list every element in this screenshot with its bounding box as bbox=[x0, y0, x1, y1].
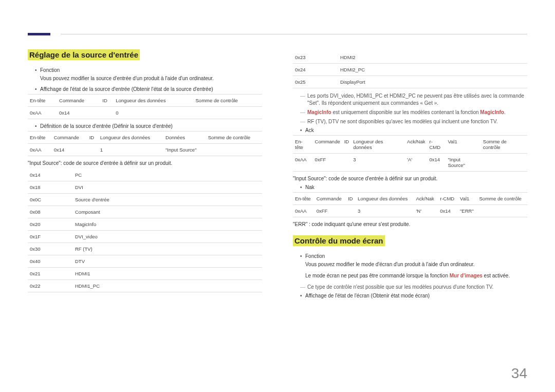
table-row: 0x40DTV bbox=[28, 255, 262, 268]
td bbox=[87, 144, 98, 156]
header-rule bbox=[61, 34, 527, 34]
td: 1 bbox=[98, 144, 163, 156]
label-cell: HDMI2_PC bbox=[338, 64, 527, 76]
th: En-tête bbox=[28, 132, 52, 144]
th: Commande bbox=[57, 95, 100, 107]
td: 3 bbox=[351, 154, 405, 172]
code-cell: 0x18 bbox=[28, 181, 73, 194]
td: 'A' bbox=[405, 154, 427, 172]
th: Somme de contrôle bbox=[481, 136, 527, 154]
text: Le mode écran ne peut pas être commandé … bbox=[305, 273, 450, 278]
label-cell: Composant bbox=[73, 206, 262, 218]
table-row: 0x20MagicInfo bbox=[28, 218, 262, 231]
code-cell: 0x24 bbox=[293, 64, 338, 76]
td: 0x14 bbox=[57, 107, 100, 119]
table-row: 0x30RF (TV) bbox=[28, 243, 262, 255]
label-cell: HDMI1 bbox=[73, 268, 262, 280]
table-ack: En-tête Commande ID Longueur des données… bbox=[293, 135, 527, 172]
bullet-nak: Nak bbox=[300, 184, 527, 190]
td bbox=[481, 154, 527, 172]
note-magicinfo: MagicInfo est uniquement disponible sur … bbox=[300, 109, 527, 116]
code-cell: 0x23 bbox=[293, 51, 338, 64]
label-cell: MagicInfo bbox=[73, 218, 262, 231]
th: ID bbox=[346, 193, 356, 205]
err-desc: "ERR" : code indiquant qu'une erreur s'e… bbox=[293, 221, 527, 227]
th: Somme de contrôle bbox=[194, 95, 262, 107]
th: En-tête bbox=[28, 95, 57, 107]
td bbox=[194, 107, 262, 119]
note-dvi-hdmi: Les ports DVI_video, HDMI1_PC et HDMI2_P… bbox=[300, 92, 527, 107]
note-tv-only: Ce type de contrôle n'est possible que s… bbox=[300, 284, 527, 291]
th: Val1 bbox=[458, 193, 477, 205]
table-row: 0xAA 0x14 1 "Input Source" bbox=[28, 144, 262, 156]
brand-magicinfo: MagicInfo bbox=[307, 109, 331, 115]
table-source-codes: 0x14PC0x18DVI0x0CSource d'entrée0x08Comp… bbox=[28, 169, 262, 292]
td: 0x14 bbox=[52, 144, 87, 156]
code-cell: 0x14 bbox=[28, 169, 73, 181]
table-row: 0xAA 0xFF 3 'A' 0x14 "Input Source" bbox=[293, 154, 527, 172]
code-cell: 0x25 bbox=[293, 76, 338, 88]
label-cell: PC bbox=[73, 169, 262, 181]
td: 'N' bbox=[414, 205, 438, 217]
brand-magicinfo: MagicInfo bbox=[480, 109, 504, 115]
th: En-tête bbox=[293, 136, 313, 154]
bullet-view-state: Affichage de l'état de la source d'entré… bbox=[35, 86, 262, 92]
th: ID bbox=[87, 132, 98, 144]
label-cell: DVI_video bbox=[73, 231, 262, 243]
bullet-function: Fonction bbox=[35, 67, 262, 73]
td: 3 bbox=[356, 205, 414, 217]
table-row: 0xAA 0xFF 3 'N' 0x14 "ERR" bbox=[293, 205, 527, 217]
table-source-codes-cont: 0x23HDMI20x24HDMI2_PC0x25DisplayPort bbox=[293, 51, 527, 88]
bullet-function-2: Fonction bbox=[300, 253, 527, 259]
th: Somme de contrôle bbox=[477, 193, 527, 205]
td: 0xAA bbox=[293, 205, 314, 217]
th: Ack/Nak bbox=[414, 193, 438, 205]
text: est uniquement disponible sur les modèle… bbox=[331, 109, 480, 115]
right-column: 0x23HDMI20x24HDMI2_PC0x25DisplayPort Les… bbox=[293, 49, 527, 301]
td: 0xFF bbox=[314, 205, 346, 217]
label-cell: DVI bbox=[73, 181, 262, 194]
th: Données bbox=[163, 132, 206, 144]
note-rf-dtv: RF (TV), DTV ne sont disponibles qu'avec… bbox=[300, 118, 527, 125]
page-number: 34 bbox=[511, 365, 527, 382]
label-cell: DisplayPort bbox=[338, 76, 527, 88]
function-desc: Vous pouvez modifier la source d'entrée … bbox=[40, 75, 262, 82]
td: "Input Source" bbox=[163, 144, 206, 156]
td: 0xAA bbox=[28, 144, 52, 156]
label-cell: Source d'entrée bbox=[73, 194, 262, 206]
table-row: 0x22HDMI1_PC bbox=[28, 280, 262, 292]
table-row: 0x23HDMI2 bbox=[293, 51, 527, 64]
td: 0xAA bbox=[293, 154, 313, 172]
td: 0x14 bbox=[427, 154, 446, 172]
code-cell: 0x21 bbox=[28, 268, 73, 280]
table-row: 0x0CSource d'entrée bbox=[28, 194, 262, 206]
th: Ack/Nak bbox=[405, 136, 427, 154]
page-body: Réglage de la source d'entrée Fonction V… bbox=[0, 0, 555, 316]
th: Longueur des données bbox=[114, 95, 193, 107]
header-accent-bar bbox=[28, 33, 50, 35]
th: Commande bbox=[313, 136, 342, 154]
table-row: 0xAA 0x14 0 bbox=[28, 107, 262, 119]
table-row: 0x08Composant bbox=[28, 206, 262, 218]
section-heading-input-source: Réglage de la source d'entrée bbox=[28, 49, 140, 60]
td: 0xFF bbox=[313, 154, 342, 172]
td bbox=[206, 144, 262, 156]
table-row: 0x24HDMI2_PC bbox=[293, 64, 527, 76]
code-cell: 0x40 bbox=[28, 255, 73, 268]
table-row: 0x21HDMI1 bbox=[28, 268, 262, 280]
bullet-view-screen-state: Affichage de l'état de l'écran (Obtenir … bbox=[300, 293, 527, 298]
th: r-CMD bbox=[427, 136, 446, 154]
th: r-CMD bbox=[438, 193, 458, 205]
bullet-ack: Ack bbox=[300, 127, 527, 133]
table-row: 0x1FDVI_video bbox=[28, 231, 262, 243]
td bbox=[342, 154, 351, 172]
brand-video-wall: Mur d'images bbox=[450, 273, 483, 278]
table-row: 0x25DisplayPort bbox=[293, 76, 527, 88]
table-row: 0x18DVI bbox=[28, 181, 262, 194]
th: Longueur des données bbox=[351, 136, 405, 154]
section-screen-mode: Contrôle du mode écran Fonction Vous pou… bbox=[293, 235, 527, 298]
th: Longueur des données bbox=[356, 193, 414, 205]
code-cell: 0x0C bbox=[28, 194, 73, 206]
th: Longueur des données bbox=[98, 132, 163, 144]
table-set-source: En-tête Commande ID Longueur des données… bbox=[28, 131, 262, 156]
